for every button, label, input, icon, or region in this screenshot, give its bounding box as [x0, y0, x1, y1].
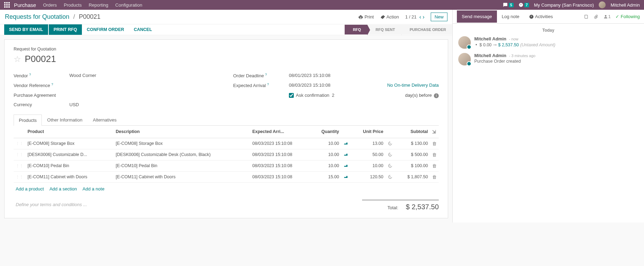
table-row[interactable]: ⋮⋮[E-COM10] Pedal Bin[E-COM10] Pedal Bin…	[14, 160, 439, 171]
col-product[interactable]: Product	[25, 126, 114, 138]
currency-field[interactable]: USD	[69, 102, 219, 107]
avatar	[458, 36, 471, 49]
line-product[interactable]: [E-COM11] Cabinet with Doors	[25, 171, 114, 182]
add-section-link[interactable]: Add a section	[49, 186, 77, 191]
vendor-field[interactable]: Wood Corner	[69, 73, 219, 78]
forecast-icon[interactable]	[343, 152, 348, 157]
table-row[interactable]: ⋮⋮[E-COM08] Storage Box[E-COM08] Storage…	[14, 138, 439, 149]
line-expected[interactable]: 08/03/2023 15:10:08	[250, 171, 311, 182]
history-icon[interactable]	[388, 163, 392, 168]
delete-icon[interactable]: 🗑	[432, 152, 437, 157]
line-expected[interactable]: 08/03/2023 15:10:08	[250, 149, 311, 160]
user-avatar[interactable]	[599, 1, 606, 8]
new-button[interactable]: New	[431, 13, 447, 21]
info-icon[interactable]: i	[434, 93, 439, 98]
star-icon[interactable]: ☆	[14, 54, 21, 64]
send-message-button[interactable]: Send message	[457, 10, 497, 23]
table-row[interactable]: ⋮⋮[DESK0006] Customizable D...[DESK0006]…	[14, 149, 439, 160]
line-price[interactable]: 10.00	[352, 160, 385, 171]
pager-prev-icon[interactable]: ‹	[419, 14, 421, 20]
agreement-field[interactable]	[69, 93, 219, 98]
history-icon[interactable]	[388, 141, 392, 146]
cancel-button[interactable]: CANCEL	[129, 24, 157, 35]
line-qty[interactable]: 10.00	[311, 160, 341, 171]
status-purchase-order[interactable]: PURCHASE ORDER	[401, 25, 452, 34]
followers-button[interactable]: 1	[603, 14, 611, 19]
confirm-order-button[interactable]: CONFIRM ORDER	[82, 24, 129, 35]
line-qty[interactable]: 10.00	[311, 149, 341, 160]
print-button[interactable]: Print	[358, 14, 374, 19]
col-description[interactable]: Description	[114, 126, 250, 138]
log-note-button[interactable]: Log note	[497, 10, 524, 23]
activity-icon[interactable]: 7	[519, 2, 529, 7]
following-button[interactable]: ✓ Following	[615, 14, 640, 19]
status-rfq-sent[interactable]: RFQ SENT	[367, 25, 401, 34]
delete-icon[interactable]: 🗑	[432, 141, 437, 146]
forecast-icon[interactable]	[343, 174, 348, 179]
pager-next-icon[interactable]: ›	[423, 14, 424, 20]
add-product-link[interactable]: Add a product	[16, 186, 44, 191]
col-expected[interactable]: Expected Arri...	[250, 126, 311, 138]
line-description[interactable]: [E-COM10] Pedal Bin	[114, 160, 250, 171]
drag-handle-icon[interactable]: ⋮⋮	[16, 164, 23, 168]
history-icon[interactable]	[388, 174, 392, 179]
status-rfq[interactable]: RFQ	[345, 25, 367, 34]
book-icon[interactable]	[584, 14, 589, 19]
arrival-field[interactable]: 08/03/2023 15:10:08	[289, 83, 330, 88]
add-note-link[interactable]: Add a note	[83, 186, 105, 191]
discuss-icon[interactable]: 5	[503, 2, 514, 7]
forecast-icon[interactable]	[343, 163, 348, 168]
breadcrumb-root[interactable]: Requests for Quotation	[5, 13, 69, 20]
line-product[interactable]: [E-COM08] Storage Box	[25, 138, 114, 149]
delivery-data-link[interactable]: No On-time Delivery Data	[387, 83, 439, 88]
app-brand[interactable]: Purchase	[14, 2, 36, 8]
company-switcher[interactable]: My Company (San Francisco)	[534, 2, 594, 8]
line-subtotal: $ 130.00	[396, 138, 430, 149]
drag-handle-icon[interactable]: ⋮⋮	[16, 152, 23, 157]
line-qty[interactable]: 15.00	[311, 171, 341, 182]
send-email-button[interactable]: SEND BY EMAIL	[4, 24, 48, 35]
history-icon[interactable]	[388, 152, 392, 157]
forecast-icon[interactable]	[343, 141, 348, 146]
menu-products[interactable]: Products	[64, 2, 82, 8]
menu-configuration[interactable]: Configuration	[115, 2, 142, 8]
line-price[interactable]: 13.00	[352, 138, 385, 149]
ask-confirmation-checkbox[interactable]	[289, 93, 294, 98]
line-description[interactable]: [E-COM08] Storage Box	[114, 138, 250, 149]
col-subtotal[interactable]: Subtotal	[396, 126, 430, 138]
tabs: Products Other Information Alternatives	[14, 114, 439, 126]
print-rfq-button[interactable]: PRINT RFQ	[49, 24, 82, 35]
line-product[interactable]: [E-COM10] Pedal Bin	[25, 160, 114, 171]
line-description[interactable]: [DESK0006] Customizable Desk (Custom, Bl…	[114, 149, 250, 160]
pager-text[interactable]: 1 / 21	[405, 14, 417, 19]
activities-button[interactable]: Activities	[524, 10, 558, 23]
col-quantity[interactable]: Quantity	[311, 126, 341, 138]
tab-products[interactable]: Products	[14, 115, 42, 126]
tab-alternatives[interactable]: Alternatives	[87, 114, 122, 125]
attachment-icon[interactable]	[593, 14, 598, 19]
delete-icon[interactable]: 🗑	[432, 174, 437, 180]
line-expected[interactable]: 08/03/2023 15:10:08	[250, 160, 311, 171]
line-product[interactable]: [DESK0006] Customizable D...	[25, 149, 114, 160]
line-price[interactable]: 120.50	[352, 171, 385, 182]
confirmation-days[interactable]: 2	[332, 93, 334, 98]
line-expected[interactable]: 08/03/2023 15:10:08	[250, 138, 311, 149]
table-row[interactable]: ⋮⋮[E-COM11] Cabinet with Doors[E-COM11] …	[14, 171, 439, 182]
expand-icon[interactable]: ⇲	[432, 129, 436, 134]
deadline-field[interactable]: 08/01/2023 15:10:08	[289, 73, 439, 78]
menu-reporting[interactable]: Reporting	[89, 2, 108, 8]
user-name[interactable]: Mitchell Admin	[611, 2, 640, 8]
delete-icon[interactable]: 🗑	[432, 163, 437, 169]
terms-field[interactable]: Define your terms and conditions ...	[14, 200, 362, 211]
vendor-ref-field[interactable]	[69, 83, 219, 88]
action-dropdown[interactable]: Action	[380, 14, 399, 19]
tab-other-info[interactable]: Other Information	[42, 114, 87, 125]
line-description[interactable]: [E-COM11] Cabinet with Doors	[114, 171, 250, 182]
col-unit-price[interactable]: Unit Price	[352, 126, 385, 138]
apps-icon[interactable]	[4, 2, 10, 8]
drag-handle-icon[interactable]: ⋮⋮	[16, 175, 23, 179]
line-qty[interactable]: 10.00	[311, 138, 341, 149]
menu-orders[interactable]: Orders	[43, 2, 57, 8]
drag-handle-icon[interactable]: ⋮⋮	[16, 141, 23, 146]
line-price[interactable]: 50.00	[352, 149, 385, 160]
